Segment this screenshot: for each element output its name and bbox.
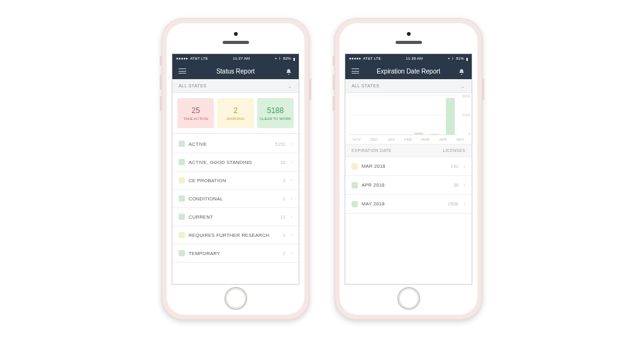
row-count: 2806 bbox=[448, 201, 458, 207]
chart-bar[interactable] bbox=[414, 133, 423, 134]
home-button[interactable] bbox=[397, 287, 420, 310]
row-count: 1 bbox=[283, 232, 286, 238]
list-row[interactable]: MAY 20182806› bbox=[345, 195, 472, 214]
th-licenses: LICENSES bbox=[443, 148, 465, 153]
state-filter[interactable]: ALL STATES ⌄ bbox=[345, 79, 472, 93]
chevron-right-icon: › bbox=[291, 250, 292, 256]
status-list: ACTIVE5151›ACTIVE, GOOD STANDING16›CE PR… bbox=[172, 135, 299, 284]
list-row[interactable]: ACTIVE5151› bbox=[172, 135, 299, 153]
list-row[interactable]: MAR 2018141› bbox=[345, 157, 472, 176]
x-tick: JAN bbox=[388, 138, 395, 141]
chart-bar[interactable] bbox=[446, 98, 455, 134]
expiration-chart: 3000 1500 0 NOVDECJANFEBMARAPRMAY bbox=[345, 93, 472, 144]
location-icon: ⌖ bbox=[448, 57, 450, 61]
row-count: 141 bbox=[450, 163, 458, 169]
clock-label: 11:28 AM bbox=[406, 57, 423, 60]
status-swatch bbox=[179, 214, 185, 220]
card-warning[interactable]: 2 WARNING bbox=[217, 98, 253, 128]
x-tick: DEC bbox=[370, 138, 379, 141]
chevron-right-icon: › bbox=[464, 201, 465, 207]
app-nav-bar: Status Report bbox=[172, 63, 299, 79]
card-label: CLEAR TO WORK bbox=[260, 117, 291, 121]
battery-icon: ▮ bbox=[466, 57, 468, 61]
x-tick: FEB bbox=[404, 138, 412, 141]
list-row[interactable]: ACTIVE, GOOD STANDING16› bbox=[172, 153, 299, 172]
screen: ●●●●● AT&T LTE 11:28 AM ⌖ ᚼ 81% ▮ Expira… bbox=[345, 53, 472, 285]
row-label: CE PROBATION bbox=[189, 178, 279, 183]
filter-label: ALL STATES bbox=[179, 84, 206, 88]
page-title: Expiration Date Report bbox=[377, 68, 440, 75]
status-swatch bbox=[179, 250, 185, 256]
phone-status-report: ●●●●● AT&T LTE 11:27 AM ⌖ ᚼ 82% ▮ Status… bbox=[162, 18, 309, 320]
notifications-icon[interactable] bbox=[458, 67, 465, 75]
expiration-list: MAR 2018141›APR 201838›MAY 20182806› bbox=[345, 157, 472, 284]
bluetooth-icon: ᚼ bbox=[452, 57, 454, 60]
chevron-right-icon: › bbox=[291, 195, 292, 202]
list-row[interactable]: REQUIRES FURTHER RESEARCH1› bbox=[172, 226, 299, 244]
row-label: ACTIVE, GOOD STANDING bbox=[189, 160, 277, 165]
row-count: 38 bbox=[453, 182, 458, 188]
x-tick: MAY bbox=[457, 138, 465, 141]
app-nav-bar: Expiration Date Report bbox=[345, 63, 472, 79]
chevron-right-icon: › bbox=[464, 163, 465, 170]
chevron-right-icon: › bbox=[291, 159, 292, 165]
location-icon: ⌖ bbox=[275, 57, 277, 61]
menu-icon[interactable] bbox=[179, 67, 186, 75]
notifications-icon[interactable] bbox=[285, 67, 292, 75]
th-date: EXPIRATION DATE bbox=[352, 148, 392, 153]
state-filter[interactable]: ALL STATES ⌄ bbox=[172, 79, 299, 93]
phone-speaker bbox=[223, 41, 249, 44]
card-clear-to-work[interactable]: 5188 CLEAR TO WORK bbox=[257, 98, 294, 128]
list-row[interactable]: CONDITIONAL1› bbox=[172, 190, 299, 208]
list-row[interactable]: APR 201838› bbox=[345, 176, 472, 195]
menu-icon[interactable] bbox=[352, 67, 359, 75]
row-label: TEMPORARY bbox=[189, 251, 279, 256]
status-swatch bbox=[179, 159, 185, 165]
battery-label: 82% bbox=[283, 57, 291, 60]
front-camera bbox=[407, 32, 411, 36]
x-tick: APR bbox=[439, 138, 447, 141]
y-tick-min: 0 bbox=[469, 132, 470, 136]
carrier-label: AT&T LTE bbox=[190, 57, 208, 60]
list-row[interactable]: CE PROBATION2› bbox=[172, 172, 299, 190]
status-swatch bbox=[352, 201, 358, 207]
clock-label: 11:27 AM bbox=[233, 57, 250, 60]
chevron-down-icon: ⌄ bbox=[460, 83, 465, 89]
card-count: 2 bbox=[233, 106, 238, 115]
row-label: CONDITIONAL bbox=[189, 196, 279, 202]
list-row[interactable]: CURRENT11› bbox=[172, 208, 299, 226]
status-swatch bbox=[352, 163, 358, 170]
bluetooth-icon: ᚼ bbox=[279, 57, 281, 60]
card-take-action[interactable]: 25 TAKE ACTION bbox=[177, 98, 214, 128]
chart-bar[interactable] bbox=[430, 134, 439, 134]
status-cards: 25 TAKE ACTION 2 WARNING 5188 CLEAR TO W… bbox=[172, 93, 299, 133]
phone-expiration-report: ●●●●● AT&T LTE 11:28 AM ⌖ ᚼ 81% ▮ Expira… bbox=[335, 18, 482, 320]
ios-status-bar: ●●●●● AT&T LTE 11:27 AM ⌖ ᚼ 82% ▮ bbox=[172, 54, 299, 63]
row-count: 2 bbox=[283, 178, 286, 183]
home-button[interactable] bbox=[225, 287, 247, 310]
row-count: 16 bbox=[280, 160, 286, 165]
ios-status-bar: ●●●●● AT&T LTE 11:28 AM ⌖ ᚼ 81% ▮ bbox=[345, 54, 472, 63]
y-tick-mid: 1500 bbox=[462, 113, 470, 117]
phone-speaker bbox=[396, 41, 422, 44]
page-title: Status Report bbox=[216, 68, 255, 75]
y-tick-max: 3000 bbox=[462, 94, 470, 98]
row-count: 11 bbox=[280, 214, 286, 220]
card-label: WARNING bbox=[226, 117, 245, 121]
status-swatch bbox=[179, 195, 185, 202]
status-swatch bbox=[352, 182, 358, 188]
row-label: ACTIVE bbox=[189, 141, 271, 147]
table-header: EXPIRATION DATE LICENSES bbox=[345, 144, 472, 157]
chevron-right-icon: › bbox=[464, 182, 465, 188]
x-tick: NOV bbox=[353, 138, 361, 141]
status-swatch bbox=[179, 177, 185, 183]
card-count: 5188 bbox=[267, 106, 284, 115]
row-label: MAR 2018 bbox=[362, 163, 447, 169]
row-label: CURRENT bbox=[189, 214, 277, 220]
chevron-down-icon: ⌄ bbox=[287, 83, 292, 89]
battery-label: 81% bbox=[456, 57, 464, 60]
chevron-right-icon: › bbox=[291, 214, 292, 220]
card-label: TAKE ACTION bbox=[184, 117, 208, 121]
list-row[interactable]: TEMPORARY7› bbox=[172, 244, 299, 263]
row-label: APR 2018 bbox=[362, 182, 450, 188]
